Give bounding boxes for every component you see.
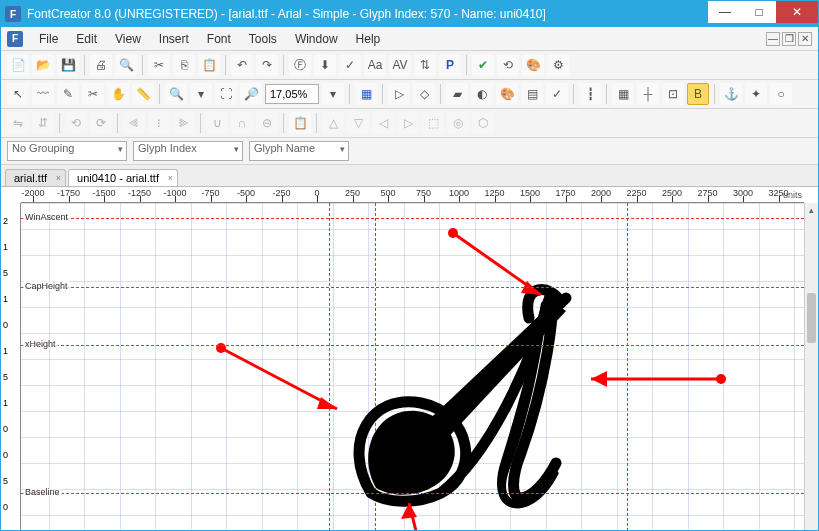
op3-button[interactable]: ◁ [372,112,394,134]
paste-special-button[interactable]: 📋 [289,112,311,134]
zoom-in-button[interactable]: 🔍 [165,83,187,105]
op4-button[interactable]: ▷ [397,112,419,134]
snap-bearings-button[interactable]: B [687,83,709,105]
op6-button[interactable]: ◎ [447,112,469,134]
mdi-restore-button[interactable]: ❐ [782,32,796,46]
zoom-dropdown-icon[interactable]: ▾ [322,83,344,105]
transform-button[interactable]: ⟲ [497,54,519,76]
index-combo[interactable]: Glyph Index [133,141,243,161]
knife-tool[interactable]: ✂ [82,83,104,105]
print-button[interactable]: 🖨 [90,54,112,76]
undo-button[interactable]: ↶ [231,54,253,76]
canvas[interactable]: WinAscentCapHeightxHeightBaselineWinDesc… [21,203,804,531]
mark-button[interactable]: ✦ [745,83,767,105]
paste-button[interactable]: 📋 [198,54,220,76]
menu-help[interactable]: Help [348,30,389,48]
select-tool[interactable]: ↖ [7,83,29,105]
scroll-up-icon[interactable]: ▴ [805,203,818,217]
minimize-button[interactable]: — [708,1,742,23]
script-button[interactable]: ⚙ [547,54,569,76]
menu-window[interactable]: Window [287,30,346,48]
maximize-button[interactable]: □ [742,1,776,23]
mdi-minimize-button[interactable]: — [766,32,780,46]
layers-button[interactable]: ▤ [521,83,543,105]
op7-button[interactable]: ⬡ [472,112,494,134]
preview-button[interactable]: 🔍 [115,54,137,76]
align-left-button[interactable]: ⫷ [123,112,145,134]
freehand-tool[interactable]: 〰 [32,83,54,105]
snap-grid-button[interactable]: ▦ [612,83,634,105]
glyph-shape [21,203,801,531]
zoom-drop-button[interactable]: ▾ [190,83,212,105]
kerning-button[interactable]: AV [389,54,411,76]
tab-close-icon[interactable]: × [56,173,61,183]
pan-tool[interactable]: ✋ [107,83,129,105]
menu-edit[interactable]: Edit [68,30,105,48]
guides-button[interactable]: ┇ [579,83,601,105]
filterbar: No Grouping Glyph Index Glyph Name [1,138,818,165]
op5-button[interactable]: ⬚ [422,112,444,134]
open-button[interactable]: 📂 [32,54,54,76]
menu-tools[interactable]: Tools [241,30,285,48]
metric-WinAscent [21,218,804,219]
node-button[interactable]: ○ [770,83,792,105]
grouping-combo[interactable]: No Grouping [7,141,127,161]
arrow-tool[interactable]: ▷ [388,83,410,105]
align-right-button[interactable]: ⫸ [173,112,195,134]
flip-v-button[interactable]: ⇵ [32,112,54,134]
contrast-button[interactable]: ◐ [471,83,493,105]
metric-label-Baseline: Baseline [23,487,62,497]
tab-close-icon[interactable]: × [168,173,173,183]
measure-tool[interactable]: 📏 [132,83,154,105]
tab-glyph[interactable]: uni0410 - arial.ttf × [68,169,178,186]
menu-file[interactable]: File [31,30,66,48]
grid-button[interactable]: ▦ [355,83,377,105]
scrollbar-vertical[interactable]: ▴ ▾ [804,203,818,531]
align-center-button[interactable]: ⫶ [148,112,170,134]
rotate-left-button[interactable]: ⟲ [65,112,87,134]
op1-button[interactable]: △ [322,112,344,134]
contour-tool[interactable]: ◇ [413,83,435,105]
metric-label-xHeight: xHeight [23,339,58,349]
palette2-button[interactable]: 🎨 [496,83,518,105]
autoname-button[interactable]: Aa [364,54,386,76]
copy-button[interactable]: ⎘ [173,54,195,76]
menu-insert[interactable]: Insert [151,30,197,48]
union-button[interactable]: ∪ [206,112,228,134]
mdi-close-button[interactable]: ✕ [798,32,812,46]
glyphname-combo[interactable]: Glyph Name [249,141,349,161]
toolbar-edit: ↖ 〰 ✎ ✂ ✋ 📏 🔍 ▾ ⛶ 🔎 ▾ ▦ ▷ ◇ ▰ ◐ 🎨 ▤ ✓ ┇ … [1,80,818,109]
check-button[interactable]: ✔ [472,54,494,76]
op2-button[interactable]: ▽ [347,112,369,134]
validate2-button[interactable]: ✓ [546,83,568,105]
install-button[interactable]: ⬇ [314,54,336,76]
validate-button[interactable]: ✓ [339,54,361,76]
zoom-out-tool[interactable]: 🔎 [240,83,262,105]
tab-font[interactable]: arial.ttf × [5,169,66,186]
properties-button[interactable]: P [439,54,461,76]
snap-contour-button[interactable]: ⊡ [662,83,684,105]
snap-guides-button[interactable]: ┼ [637,83,659,105]
redo-button[interactable]: ↷ [256,54,278,76]
toolbar-main: 📄 📂 💾 🖨 🔍 ✂ ⎘ 📋 ↶ ↷ Ⓕ ⬇ ✓ Aa AV ⇅ P ✔ ⟲ … [1,51,818,80]
subtract-button[interactable]: ⊖ [256,112,278,134]
intersect-button[interactable]: ∩ [231,112,253,134]
new-button[interactable]: 📄 [7,54,29,76]
cut-button[interactable]: ✂ [148,54,170,76]
palette-button[interactable]: 🎨 [522,54,544,76]
sort-button[interactable]: ⇅ [414,54,436,76]
close-button[interactable]: ✕ [776,1,818,23]
pen-tool[interactable]: ✎ [57,83,79,105]
rotate-right-button[interactable]: ⟳ [90,112,112,134]
menu-view[interactable]: View [107,30,149,48]
save-button[interactable]: 💾 [57,54,79,76]
menu-font[interactable]: Font [199,30,239,48]
anchor-button[interactable]: ⚓ [720,83,742,105]
font-test-button[interactable]: Ⓕ [289,54,311,76]
zoom-input[interactable] [265,84,319,104]
scrollbar-v-thumb[interactable] [807,293,816,343]
zoom-fit-button[interactable]: ⛶ [215,83,237,105]
doc-icon: F [7,31,23,47]
fill-button[interactable]: ▰ [446,83,468,105]
flip-h-button[interactable]: ⇋ [7,112,29,134]
